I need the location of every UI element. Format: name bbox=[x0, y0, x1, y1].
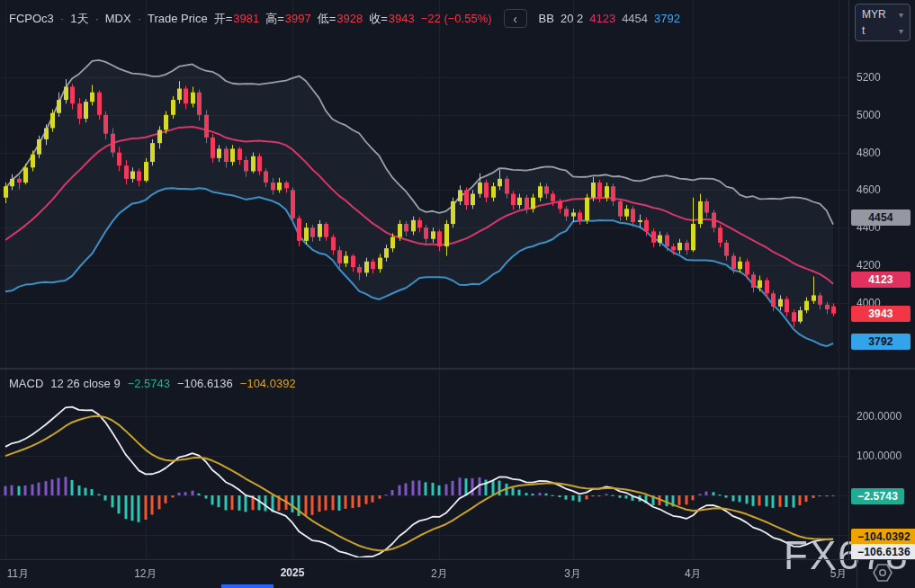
chevron-down-icon: ▾ bbox=[899, 26, 903, 36]
high-field: 高= 3997 bbox=[265, 11, 311, 27]
unit-value: t bbox=[862, 24, 865, 37]
time-axis-label: 2月 bbox=[431, 566, 448, 582]
price-tick-label: 4200 bbox=[857, 259, 881, 272]
separator-dot: · bbox=[60, 11, 64, 27]
high-value: 3997 bbox=[285, 11, 311, 27]
macd-line-badge: −106.6136 bbox=[851, 544, 915, 560]
price-axis[interactable]: 5200500048004600440042004000200.0000100.… bbox=[848, 0, 915, 559]
bb-basis-price-badge: 4123 bbox=[851, 272, 911, 288]
close-field: 收= 3943 bbox=[369, 11, 415, 27]
separator-dot: · bbox=[138, 11, 141, 27]
bb-basis-value: 4123 bbox=[589, 11, 615, 27]
pane-separator[interactable] bbox=[0, 368, 915, 370]
interval-label: 1天 bbox=[70, 11, 88, 27]
open-label: 开= bbox=[214, 11, 233, 27]
macd-indicator-name: MACD bbox=[9, 377, 43, 390]
price-tick-label: 5000 bbox=[857, 109, 881, 121]
bb-upper-value: 4454 bbox=[622, 11, 648, 27]
macd-params: 12 26 close 9 bbox=[50, 377, 120, 390]
unit-dropdown[interactable]: t ▾ bbox=[862, 24, 903, 37]
series-type-label: Trade Price bbox=[148, 11, 208, 27]
macd-tick-label: 100.0000 bbox=[857, 450, 902, 462]
exchange-label: MDX bbox=[105, 11, 131, 27]
high-label: 高= bbox=[265, 11, 284, 27]
separator-dot: · bbox=[94, 11, 98, 27]
macd-line-value: −106.6136 bbox=[177, 377, 233, 390]
price-tick-label: 5200 bbox=[857, 71, 881, 84]
macd-signal-value: −104.0392 bbox=[240, 377, 296, 390]
symbol-name: FCPOc3 bbox=[9, 11, 54, 27]
macd-legend: MACD 12 26 close 9 −2.5743 −106.6136 −10… bbox=[9, 377, 296, 390]
price-chart-canvas[interactable] bbox=[0, 0, 848, 559]
bb-params: 20 2 bbox=[561, 11, 583, 27]
macd-hist-value: −2.5743 bbox=[128, 377, 170, 390]
scroll-highlight-strip bbox=[221, 584, 274, 588]
last-price-badge: 3943 bbox=[851, 306, 911, 322]
bb-upper-price-badge: 4454 bbox=[851, 209, 911, 226]
time-axis[interactable]: 11月12月20252月3月4月5月 bbox=[0, 559, 915, 588]
currency-value: MYR bbox=[862, 8, 886, 21]
trading-chart-app: FCPOc3 · 1天 · MDX · Trade Price 开= 3981 … bbox=[0, 0, 915, 588]
price-tick-label: 4600 bbox=[857, 183, 881, 196]
macd-signal-badge: −104.0392 bbox=[851, 529, 915, 545]
main-chart-legend: FCPOc3 · 1天 · MDX · Trade Price 开= 3981 … bbox=[9, 9, 680, 28]
time-axis-label: 4月 bbox=[685, 566, 702, 582]
bb-indicator-name: BB bbox=[539, 11, 554, 27]
chevron-left-icon: ‹ bbox=[513, 13, 517, 25]
axis-unit-selector: MYR ▾ t ▾ bbox=[855, 4, 911, 41]
time-axis-label: 11月 bbox=[7, 566, 29, 582]
change-value: −22 (−0.55%) bbox=[421, 11, 492, 27]
low-field: 低= 3928 bbox=[318, 11, 363, 27]
low-value: 3928 bbox=[336, 11, 363, 27]
macd-hist-badge: −2.5743 bbox=[851, 488, 904, 504]
open-field: 开= 3981 bbox=[214, 11, 260, 27]
legend-collapse-button[interactable]: ‹ bbox=[504, 9, 527, 28]
bb-lower-price-badge: 3792 bbox=[851, 334, 911, 350]
macd-tick-label: 200.0000 bbox=[857, 410, 902, 423]
time-axis-label: 2025 bbox=[281, 566, 305, 579]
chevron-down-icon: ▾ bbox=[899, 10, 903, 20]
low-label: 低= bbox=[318, 11, 336, 27]
settings-gear-icon[interactable] bbox=[869, 563, 896, 584]
time-axis-label: 3月 bbox=[564, 566, 581, 582]
open-value: 3981 bbox=[233, 11, 259, 27]
time-axis-label: 12月 bbox=[134, 566, 157, 582]
close-value: 3943 bbox=[389, 11, 415, 27]
price-tick-label: 4800 bbox=[857, 147, 881, 159]
bb-lower-value: 3792 bbox=[654, 11, 680, 27]
time-axis-label: 5月 bbox=[830, 566, 848, 582]
currency-dropdown[interactable]: MYR ▾ bbox=[862, 8, 903, 21]
close-label: 收= bbox=[369, 11, 388, 27]
